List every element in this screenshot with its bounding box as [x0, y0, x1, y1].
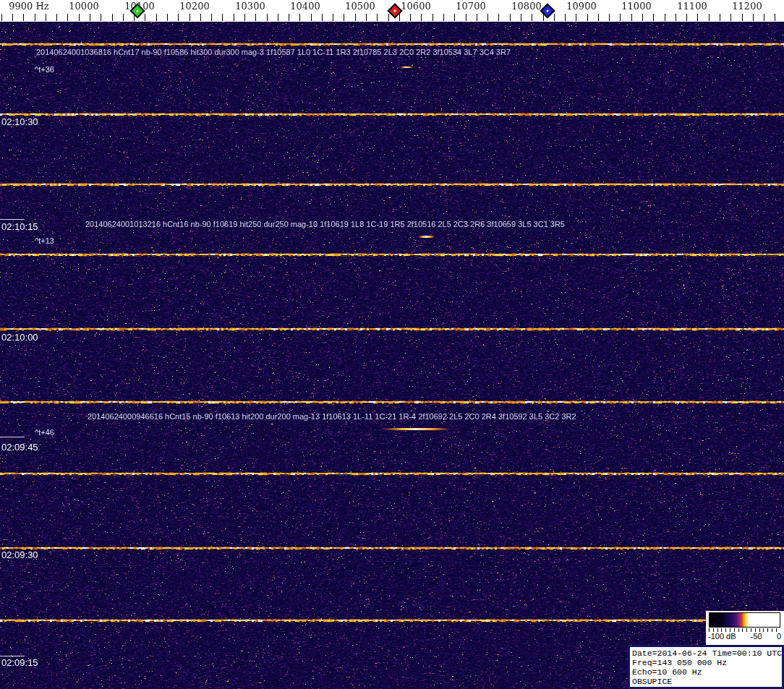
ruler-tick — [234, 14, 234, 21]
ruler-tick — [123, 14, 124, 21]
ruler-tick — [665, 14, 665, 21]
frequency-label: 10400 — [290, 1, 320, 12]
frequency-label: 10700 — [456, 1, 485, 12]
ruler-tick — [631, 14, 632, 21]
ruler-tick — [311, 14, 312, 21]
ruler-tick — [79, 14, 80, 21]
ruler-tick — [178, 14, 179, 21]
ruler-tick — [466, 14, 466, 21]
ruler-tick — [67, 14, 68, 21]
ruler-tick — [322, 14, 323, 21]
legend-label-mid: -50 — [751, 632, 762, 641]
ruler-tick — [454, 14, 455, 21]
ruler-tick — [764, 14, 764, 21]
legend-label-min: -100 dB — [708, 632, 736, 641]
ruler-tick — [23, 14, 24, 21]
frequency-label: 10800 — [511, 1, 541, 12]
frequency-label: 9900 Hz — [9, 1, 48, 12]
ruler-tick — [12, 14, 13, 21]
ruler-tick — [278, 14, 278, 21]
frequency-label: 10600 — [401, 1, 430, 12]
ruler-tick — [388, 14, 389, 21]
ruler-tick — [487, 14, 488, 21]
ruler-tick — [189, 14, 190, 21]
ruler-tick — [46, 14, 46, 21]
ruler-tick — [344, 14, 344, 21]
station-info-box: Date=2014-06-24 Time=00:10 UTC Freq=143 … — [628, 645, 784, 689]
ruler-tick — [289, 14, 289, 21]
ruler-tick — [720, 14, 720, 21]
color-scale-gradient — [709, 612, 780, 628]
ruler-tick — [56, 14, 57, 21]
ruler-tick — [587, 14, 588, 21]
ruler-tick — [676, 14, 676, 21]
ruler-tick — [333, 14, 333, 21]
meteor-spectrogram-window: 9900 Hz100001010010200103001040010500106… — [0, 0, 784, 689]
ruler-tick — [156, 14, 157, 21]
frequency-ruler: 9900 Hz100001010010200103001040010500106… — [0, 0, 784, 22]
color-scale-labels: -100 dB -50 0 — [708, 632, 781, 641]
info-frequency: Freq=143 050 000 Hz — [632, 658, 780, 667]
ruler-tick — [167, 14, 168, 21]
ruler-tick — [421, 14, 422, 21]
marker-center-dot — [136, 9, 139, 12]
ruler-tick — [433, 14, 433, 21]
ruler-tick — [753, 14, 754, 21]
ruler-tick — [399, 14, 400, 21]
info-date-time: Date=2014-06-24 Time=00:10 UTC — [632, 649, 780, 658]
ruler-tick — [532, 14, 532, 21]
ruler-tick — [267, 14, 268, 21]
ruler-tick — [410, 14, 411, 21]
ruler-tick — [775, 14, 775, 21]
ruler-tick — [576, 14, 576, 21]
info-station-id: OBSUPICE — [632, 677, 780, 686]
ruler-tick — [609, 14, 610, 21]
ruler-tick — [565, 14, 566, 21]
ruler-tick — [211, 14, 212, 21]
ruler-tick — [366, 14, 367, 21]
ruler-tick — [620, 14, 621, 21]
ruler-tick — [35, 14, 35, 21]
ruler-tick — [101, 14, 101, 21]
ruler-tick — [1, 14, 2, 21]
ruler-tick — [730, 14, 731, 21]
frequency-label: 10300 — [235, 1, 265, 12]
ruler-tick — [222, 14, 223, 21]
ruler-tick — [554, 14, 555, 21]
ruler-tick — [653, 14, 654, 21]
ruler-tick — [598, 14, 599, 21]
ruler-tick — [521, 14, 521, 21]
frequency-label: 10900 — [566, 1, 596, 12]
color-scale-legend: -100 dB -50 0 — [706, 611, 784, 645]
ruler-tick — [709, 14, 710, 21]
frequency-label: 11000 — [621, 1, 651, 12]
frequency-label: 10500 — [345, 1, 375, 12]
ruler-tick — [377, 14, 378, 21]
ruler-tick — [443, 14, 444, 21]
legend-label-max: 0 — [777, 632, 781, 641]
ruler-tick — [90, 14, 90, 21]
ruler-tick — [112, 14, 113, 21]
ruler-tick — [255, 14, 256, 21]
ruler-tick — [510, 14, 511, 21]
frequency-label: 11100 — [677, 1, 707, 12]
ruler-tick — [355, 14, 356, 21]
ruler-tick — [697, 14, 698, 21]
ruler-tick — [686, 14, 687, 21]
frequency-label: 10200 — [179, 1, 209, 12]
frequency-label: 10000 — [69, 1, 98, 12]
spectrogram-canvas[interactable] — [0, 22, 784, 689]
ruler-tick — [299, 14, 300, 21]
ruler-tick — [642, 14, 643, 21]
ruler-tick — [498, 14, 499, 21]
ruler-tick — [200, 14, 201, 21]
ruler-tick — [477, 14, 477, 21]
ruler-tick — [742, 14, 743, 21]
ruler-tick — [145, 14, 145, 21]
frequency-label: 11200 — [732, 1, 762, 12]
marker-center-dot — [546, 9, 549, 12]
ruler-tick — [244, 14, 245, 21]
marker-center-dot — [393, 9, 396, 12]
info-echo: Echo=10 600 Hz — [632, 667, 780, 677]
